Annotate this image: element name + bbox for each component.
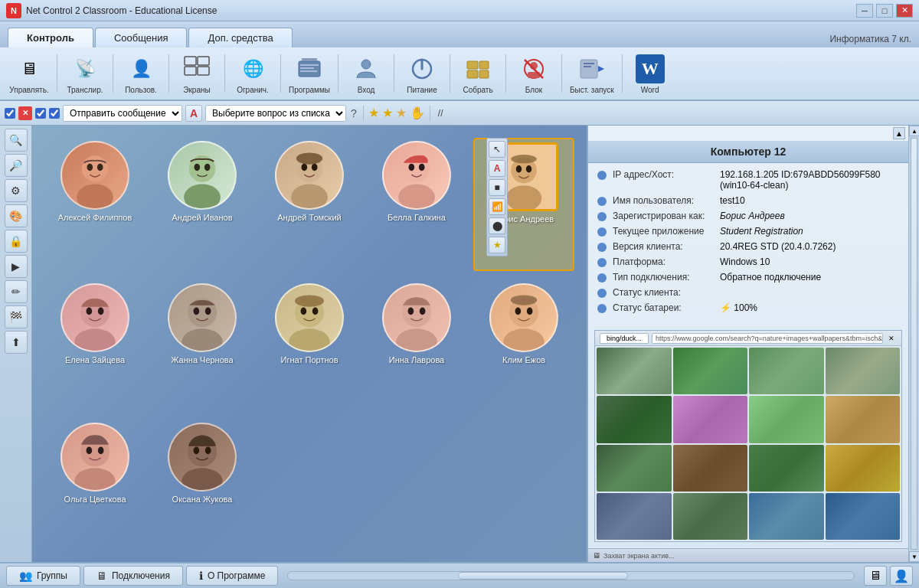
student-card-elena[interactable]: Елена Зайцева [44,280,146,410]
toolbar-manage[interactable]: 🖥 Управлять. [6,52,52,96]
svg-point-26 [82,155,108,181]
letter-A-button[interactable]: A [185,105,202,122]
svg-point-58 [205,308,211,315]
scroll-thumb[interactable] [911,138,917,550]
toolbar-power[interactable]: Питание [399,52,445,96]
ss-thumb-9 [597,445,672,492]
student-card-olga[interactable]: Ольга Цветкова [44,420,146,550]
checkbox-all-1[interactable] [5,108,15,119]
hscroll-thumb[interactable] [458,572,628,580]
sidebar-icon-flag[interactable]: 🏁 [5,305,28,328]
toolbar-sep-6 [338,54,338,93]
footer-text: Захват экрана актив... [603,552,675,560]
student-card-ignat[interactable]: Игнат Портнов [259,280,360,410]
toolbar2-text: // [435,108,446,119]
browser-close-icon[interactable]: ✕ [886,335,897,342]
svg-point-79 [194,447,200,455]
student-card-andrey-i[interactable]: Андрей Иванов [152,138,253,271]
mt-star-button[interactable]: ★ [489,237,505,253]
sidebar-icon-upload[interactable]: ⬆ [5,331,28,354]
toolbar-sep-8 [450,54,450,93]
groups-button[interactable]: 👥 Группы [6,566,80,586]
browser-url-bar[interactable]: https://www.google.com/search?q=nature+i… [652,333,883,344]
scroll-down-arrow[interactable]: ▼ [909,551,919,562]
mt-letter-a-button[interactable]: A [489,160,505,177]
hand-icon[interactable]: ✋ [410,106,425,120]
footer-icon: 🖥 [593,551,600,560]
sidebar-icon-search[interactable]: 🔍 [5,129,28,152]
mt-circle-button[interactable]: ⬤ [489,217,505,234]
checkbox-all-3[interactable] [49,108,60,119]
groups-icon: 👥 [19,570,32,582]
toolbar-sep-1 [57,54,57,93]
sidebar-icon-lock[interactable]: 🔒 [5,230,28,253]
svg-point-72 [511,295,537,305]
student-card-klim[interactable]: Клим Ежов [473,280,574,410]
mt-arrow-button[interactable]: ↖ [489,141,505,158]
toolbar-login[interactable]: Вход [343,52,389,96]
toolbar-user[interactable]: 👤 Пользов. [118,52,164,96]
toolbar-collect[interactable]: Собрать [455,52,501,96]
sidebar-icon-settings[interactable]: ⚙ [5,179,28,202]
horizontal-scrollbar[interactable] [287,571,855,580]
svg-point-37 [301,164,307,172]
connections-button[interactable]: 🖥 Подключения [83,566,183,586]
student-card-andrey-t[interactable]: Андрей Томский [259,138,360,271]
svg-point-32 [194,164,200,172]
send-message-select[interactable]: Отправить сообщение [63,105,182,122]
toolbar-sep-3 [168,54,169,93]
student-card-aleksey[interactable]: Алексей Филиппов [44,138,146,271]
info-row-connection: Тип подключения: Обратное подключение [597,272,899,283]
info-row-version: Версия клиента: 20.4REG STD (20.4.0.7262… [597,241,899,252]
student-card-oksana[interactable]: Оксана Жукова [152,420,253,550]
help-icon[interactable]: ? [349,106,358,121]
student-card-inna[interactable]: Инна Лаврова [366,280,467,410]
tab-extras[interactable]: Доп. средства [188,28,292,47]
svg-point-30 [184,184,221,210]
ss-thumb-4 [826,348,901,394]
student-card-zhanna[interactable]: Жанна Чернова [152,280,253,410]
tab-control[interactable]: Контроль [8,28,93,47]
star-icon-2[interactable]: ★ [382,106,393,120]
close-button[interactable]: ✕ [896,4,913,18]
toolbar-word[interactable]: W Word [627,52,673,96]
toolbar-programs[interactable]: Программы [286,52,333,96]
svg-point-49 [526,165,531,172]
svg-rect-22 [584,66,591,67]
question-select[interactable]: Выберите вопрос из списка [205,105,346,122]
toolbar-broadcast[interactable]: 📡 Транслир. [62,52,108,96]
svg-point-67 [420,308,426,315]
mt-square-button[interactable]: ■ [489,179,505,196]
info-row-client-status: Статус клиента: [597,287,899,298]
student-card-bella[interactable]: Белла Галкина [366,138,467,271]
sidebar-icon-palette[interactable]: 🎨 [5,204,28,227]
sidebar-icon-play[interactable]: ▶ [5,255,28,278]
toolbar-screens[interactable]: Экраны [174,52,220,96]
toolbar-quickstart[interactable]: Быст. запуск [567,52,617,96]
maximize-button[interactable]: □ [876,4,893,18]
star-icon-3[interactable]: ★ [396,106,407,120]
svg-rect-3 [198,67,209,75]
mt-wifi-button[interactable]: 📶 [489,198,505,215]
app-icon: N [6,3,21,18]
screenshot-thumbnails [595,346,901,541]
sidebar-icon-zoom[interactable]: 🔎 [5,154,28,177]
star-icon-1[interactable]: ★ [368,106,379,120]
checkbox-all-2[interactable] [35,108,46,119]
tab-messages[interactable]: Сообщения [95,28,188,47]
scroll-up-arrow[interactable]: ▲ [909,126,919,136]
mini-toolbar: ↖ A ■ 📶 ⬤ ★ [486,138,508,256]
browser-tab[interactable]: bing/duck... [600,333,649,344]
svg-point-80 [205,447,211,455]
about-button[interactable]: ℹ О Программе [186,566,279,586]
scroll-up-button[interactable]: ▲ [893,127,905,139]
status-icon-2[interactable]: 👤 [890,566,913,586]
sidebar-icon-edit[interactable]: ✏ [5,280,28,303]
status-icon-1[interactable]: 🖥 [864,566,887,586]
toolbar-block[interactable]: Блок [511,52,557,96]
svg-point-33 [204,164,211,172]
minimize-button[interactable]: ─ [856,4,873,18]
red-icon[interactable]: ✕ [18,106,32,120]
toolbar-restrict[interactable]: 🌐 Огранич. [230,52,276,96]
info-row-battery: Статус батареи: ⚡ 100% [597,302,899,313]
